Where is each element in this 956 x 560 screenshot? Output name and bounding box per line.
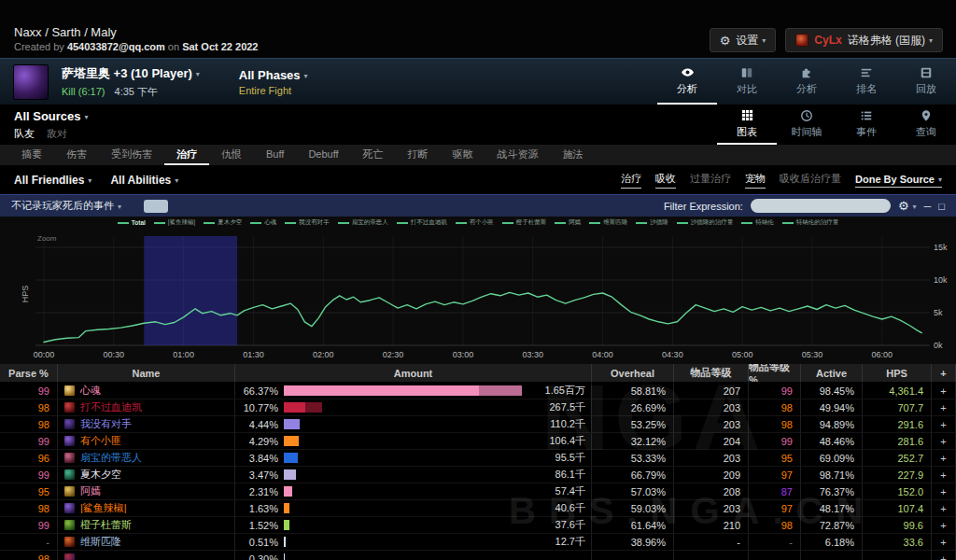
- tab-驱散[interactable]: 驱散: [441, 145, 485, 165]
- expand-plus-button[interactable]: +: [940, 553, 946, 560]
- legend-item[interactable]: 橙子杜蕾斯: [502, 218, 547, 227]
- column-header-Amount[interactable]: Amount: [235, 364, 592, 383]
- toggle-过量治疗[interactable]: 过量治疗: [690, 172, 731, 189]
- expand-plus-button[interactable]: +: [940, 453, 946, 464]
- expand-plus-button[interactable]: +: [940, 469, 946, 481]
- user-menu-button[interactable]: CyLx 诺格弗格 (国服) ▾: [785, 28, 943, 52]
- boss-tab-replay[interactable]: 回放: [896, 59, 956, 105]
- tab-死亡[interactable]: 死亡: [351, 145, 396, 165]
- toggle-吸收[interactable]: 吸收: [655, 172, 676, 189]
- boss-tab-puzzle[interactable]: 分析: [777, 59, 836, 105]
- parse-value[interactable]: 98: [38, 402, 49, 413]
- tab-施法[interactable]: 施法: [551, 145, 596, 165]
- expand-plus-button[interactable]: +: [940, 436, 946, 447]
- view-tab-pin[interactable]: 查询: [896, 105, 956, 145]
- player-name-link[interactable]: 我没有对手: [80, 417, 132, 431]
- hps-chart-svg[interactable]: 00:0000:3001:0001:3002:0002:3003:0003:30…: [0, 229, 956, 364]
- boss-name-dropdown[interactable]: 萨塔里奥 +3 (10 Player)▾: [62, 65, 200, 82]
- toggle-宠物[interactable]: 宠物: [745, 172, 766, 189]
- player-name-link[interactable]: 维斯匹隆: [80, 535, 121, 549]
- expand-plus-button[interactable]: +: [940, 503, 946, 514]
- death-events-dropdown[interactable]: 不记录玩家死后的事件▾: [11, 199, 121, 213]
- parse-value[interactable]: 98: [38, 419, 49, 430]
- player-name-link[interactable]: |鲨鱼辣椒|: [80, 501, 127, 515]
- tab-Debuff[interactable]: Debuff: [296, 145, 350, 165]
- expand-plus-button[interactable]: +: [940, 486, 946, 497]
- friendlies-toggle[interactable]: 队友: [14, 128, 35, 139]
- toggle-Done By Source[interactable]: Done By Source▾: [855, 174, 942, 188]
- boss-tab-eye[interactable]: 分析: [657, 59, 717, 105]
- toggle-治疗[interactable]: 治疗: [621, 172, 641, 189]
- legend-item[interactable]: 我没有对手: [285, 218, 330, 227]
- tab-摘要[interactable]: 摘要: [9, 145, 54, 165]
- tab-仇恨[interactable]: 仇恨: [209, 145, 254, 165]
- phase-dropdown[interactable]: All Phases▾: [239, 68, 308, 82]
- legend-item[interactable]: 沙德隆的治疗量: [677, 218, 734, 227]
- column-header-HPS[interactable]: HPS: [863, 364, 932, 383]
- dropdown-all-friendlies[interactable]: All Friendlies▾: [14, 174, 91, 187]
- legend-item[interactable]: 沙德隆: [636, 218, 668, 227]
- player-name-link[interactable]: 心魂: [80, 384, 101, 398]
- parse-value[interactable]: 99: [38, 520, 49, 531]
- boss-tab-ranking[interactable]: 排名: [836, 59, 896, 105]
- parse-value[interactable]: -: [46, 537, 49, 548]
- boss-tab-compare[interactable]: 对比: [717, 59, 777, 105]
- player-name-link[interactable]: 扇宝的带恶人: [80, 451, 142, 465]
- column-header-Parse %[interactable]: Parse %: [0, 364, 58, 383]
- parse-value[interactable]: 98: [38, 553, 49, 560]
- enemies-toggle[interactable]: 敌对: [47, 128, 67, 139]
- all-sources-dropdown[interactable]: All Sources▾: [14, 109, 89, 123]
- legend-item[interactable]: 有个小匪: [456, 218, 494, 227]
- toggle-吸收盾治疗量[interactable]: 吸收盾治疗量: [780, 172, 841, 189]
- legend-item[interactable]: 特纳伦的治疗量: [782, 218, 839, 227]
- legend-item[interactable]: 特纳伦: [741, 218, 774, 227]
- legend-item[interactable]: 扇宝的带恶人: [338, 218, 388, 227]
- column-header-物品等级[interactable]: 物品等级: [674, 364, 749, 383]
- parse-value[interactable]: 99: [38, 469, 49, 481]
- expand-plus-button[interactable]: +: [940, 520, 946, 531]
- player-name-link[interactable]: 有个小匪: [80, 434, 121, 448]
- tab-战斗资源[interactable]: 战斗资源: [485, 145, 551, 165]
- parse-value[interactable]: 95: [38, 486, 49, 497]
- dropdown-all-abilities[interactable]: All Abilities▾: [110, 174, 178, 187]
- expand-plus-button[interactable]: +: [940, 419, 946, 430]
- view-tab-clock[interactable]: 时间轴: [777, 105, 836, 145]
- parse-value[interactable]: 96: [38, 453, 49, 464]
- player-name-link[interactable]: 橙子杜蕾斯: [80, 518, 132, 532]
- expand-plus-button[interactable]: +: [940, 385, 946, 397]
- legend-item[interactable]: |鲨鱼辣椒|: [154, 218, 195, 227]
- expand-plus-button[interactable]: +: [940, 402, 946, 413]
- column-header-Overheal[interactable]: Overheal: [592, 364, 674, 383]
- chart-selection-region[interactable]: [144, 236, 237, 345]
- tab-伤害[interactable]: 伤害: [54, 145, 99, 165]
- legend-item[interactable]: 打不过血迪凯: [397, 218, 447, 227]
- tab-治疗[interactable]: 治疗: [164, 145, 209, 165]
- expand-plus-button[interactable]: +: [940, 537, 946, 548]
- parse-value[interactable]: 99: [38, 385, 49, 397]
- tab-受到伤害[interactable]: 受到伤害: [99, 145, 164, 165]
- legend-item[interactable]: 夏木夕空: [204, 218, 242, 227]
- filter-expression-input[interactable]: [751, 199, 891, 213]
- settings-button[interactable]: ⚙ 设置 ▾: [710, 28, 777, 52]
- player-name-link[interactable]: 打不过血迪凯: [80, 400, 142, 414]
- graph-settings-gear-icon[interactable]: ⚙▾: [898, 199, 917, 213]
- minimize-icon[interactable]: ─: [924, 202, 932, 211]
- parse-value[interactable]: 99: [38, 436, 49, 447]
- column-header-Name[interactable]: Name: [58, 364, 235, 383]
- column-header-Active[interactable]: Active: [801, 364, 863, 383]
- player-name-link[interactable]: 夏木夕空: [80, 468, 121, 482]
- maximize-icon[interactable]: □: [938, 202, 945, 211]
- legend-item[interactable]: 维斯匹隆: [589, 218, 627, 227]
- tab-打断[interactable]: 打断: [396, 145, 441, 165]
- graph-toggle-pill[interactable]: [144, 200, 168, 213]
- legend-item[interactable]: 阿嫣: [555, 218, 581, 227]
- column-header-+[interactable]: +: [932, 364, 956, 383]
- legend-item[interactable]: 心魂: [250, 218, 276, 227]
- legend-item[interactable]: Total: [118, 219, 146, 226]
- player-name-link[interactable]: 阿嫣: [80, 484, 101, 498]
- tab-Buff[interactable]: Buff: [254, 145, 296, 165]
- view-tab-events[interactable]: 事件: [836, 105, 896, 145]
- parse-value[interactable]: 98: [38, 503, 49, 514]
- view-tab-grid[interactable]: 图表: [717, 105, 777, 145]
- column-header-物品等级 %[interactable]: 物品等级 %: [749, 364, 801, 383]
